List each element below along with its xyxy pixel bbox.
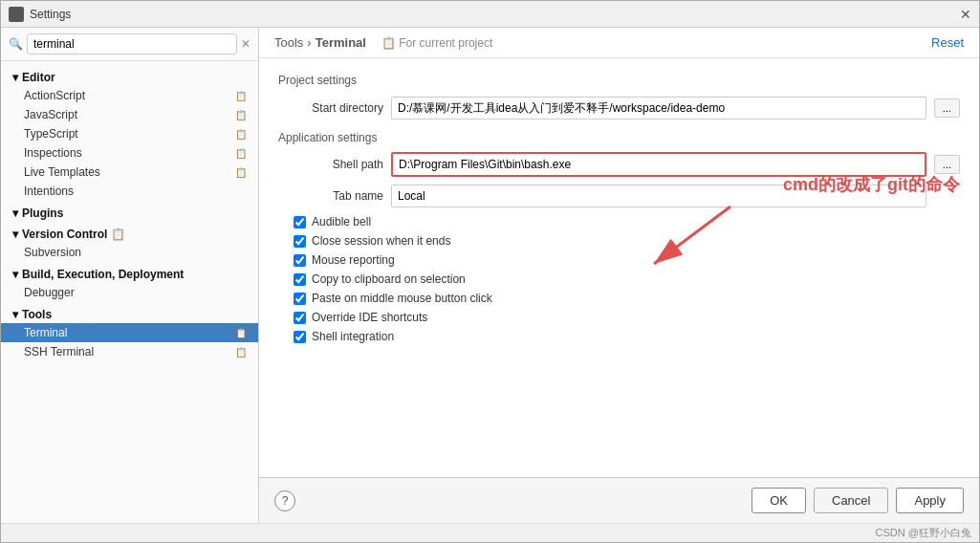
checkbox-paste-middle: Paste on middle mouse button click bbox=[278, 292, 960, 305]
content-body: Project settings Start directory ... App… bbox=[259, 58, 979, 477]
tab-name-label: Tab name bbox=[278, 189, 383, 203]
footer-buttons: OK Cancel Apply bbox=[751, 488, 964, 513]
checkbox-paste-middle-label: Paste on middle mouse button click bbox=[312, 292, 492, 305]
app-icon bbox=[9, 7, 24, 22]
breadcrumb-parent: Tools bbox=[274, 35, 303, 50]
plugins-label: Plugins bbox=[22, 206, 63, 220]
cancel-button[interactable]: Cancel bbox=[814, 488, 888, 513]
copy-icon-vcs: 📋 bbox=[111, 228, 125, 241]
copy-icon-ts: 📋 bbox=[235, 129, 247, 140]
watermark: CSDN @狂野小白兔 bbox=[1, 523, 979, 542]
checkbox-copy-clipboard: Copy to clipboard on selection bbox=[278, 272, 960, 286]
content-panel: Tools › Terminal 📋 For current project R… bbox=[259, 28, 979, 523]
editor-arrow-icon: ▾ bbox=[12, 71, 18, 84]
sidebar-item-subversion[interactable]: Subversion bbox=[1, 243, 258, 262]
breadcrumb-current: Terminal bbox=[316, 35, 366, 50]
checkbox-shell-integration: Shell integration bbox=[278, 330, 960, 343]
sidebar-item-debugger[interactable]: Debugger bbox=[1, 283, 258, 302]
sidebar-group-tools[interactable]: ▾ Tools bbox=[1, 302, 258, 323]
sidebar-item-terminal[interactable]: Terminal 📋 bbox=[1, 323, 258, 342]
checkbox-copy-clipboard-label: Copy to clipboard on selection bbox=[312, 272, 466, 286]
sidebar: 🔍 ✕ ▾ Editor ActionScript 📋 JavaScript 📋 bbox=[1, 28, 259, 523]
copy-icon-insp: 📋 bbox=[235, 148, 247, 159]
tab-name-row: Tab name bbox=[278, 185, 960, 207]
checkbox-paste-middle-input[interactable] bbox=[294, 293, 306, 305]
vcs-arrow-icon: ▾ bbox=[12, 228, 18, 241]
checkbox-copy-clipboard-input[interactable] bbox=[294, 273, 306, 286]
checkbox-close-session-label: Close session when it ends bbox=[312, 234, 450, 248]
sidebar-item-inspections[interactable]: Inspections 📋 bbox=[1, 143, 258, 163]
checkbox-close-session: Close session when it ends bbox=[278, 234, 960, 248]
shell-path-label: Shell path bbox=[278, 158, 383, 171]
help-button[interactable]: ? bbox=[274, 490, 295, 511]
sidebar-group-plugins[interactable]: ▾ Plugins bbox=[1, 201, 258, 222]
shell-path-browse-button[interactable]: ... bbox=[934, 155, 960, 174]
tab-name-input[interactable] bbox=[391, 185, 926, 207]
tools-arrow-icon: ▾ bbox=[12, 308, 18, 321]
sidebar-content: ▾ Editor ActionScript 📋 JavaScript 📋 Typ… bbox=[1, 61, 258, 523]
application-settings-title: Application settings bbox=[278, 131, 960, 144]
sidebar-item-javascript[interactable]: JavaScript 📋 bbox=[1, 105, 258, 124]
footer: ? OK Cancel Apply bbox=[259, 477, 979, 523]
build-label: Build, Execution, Deployment bbox=[22, 268, 184, 281]
start-directory-label: Start directory bbox=[278, 101, 383, 115]
shell-path-input[interactable] bbox=[391, 152, 926, 177]
copy-icon-lt: 📋 bbox=[235, 167, 247, 178]
checkbox-audible-bell-input[interactable] bbox=[294, 216, 306, 228]
shell-path-row: Shell path ... bbox=[278, 152, 960, 177]
sidebar-group-vcs[interactable]: ▾ Version Control 📋 bbox=[1, 222, 258, 243]
editor-label: Editor bbox=[22, 71, 55, 84]
vcs-label: Version Control bbox=[22, 228, 107, 241]
checkbox-close-session-input[interactable] bbox=[294, 235, 306, 248]
titlebar-left: Settings bbox=[9, 7, 71, 22]
titlebar-close[interactable]: ✕ bbox=[960, 7, 971, 22]
build-arrow-icon: ▾ bbox=[12, 268, 18, 281]
copy-icon-ssh: 📋 bbox=[235, 347, 247, 358]
copy-icon-js: 📋 bbox=[235, 110, 247, 120]
checkbox-override-shortcuts: Override IDE shortcuts bbox=[278, 311, 960, 324]
titlebar: Settings ✕ bbox=[1, 1, 979, 28]
breadcrumb-project-tag: 📋 For current project bbox=[381, 36, 492, 50]
search-clear-icon[interactable]: ✕ bbox=[241, 37, 250, 51]
breadcrumb-separator: › bbox=[307, 35, 311, 50]
footer-left: ? bbox=[274, 490, 295, 511]
checkbox-mouse-reporting-input[interactable] bbox=[294, 254, 306, 267]
checkbox-audible-bell: Audible bell bbox=[278, 215, 960, 228]
plugins-arrow-icon: ▾ bbox=[12, 206, 18, 220]
main-area: 🔍 ✕ ▾ Editor ActionScript 📋 JavaScript 📋 bbox=[1, 28, 979, 523]
copy-icon-term: 📋 bbox=[235, 328, 247, 338]
search-input[interactable] bbox=[27, 33, 237, 54]
tools-label: Tools bbox=[22, 308, 52, 321]
sidebar-item-intentions[interactable]: Intentions bbox=[1, 182, 258, 201]
checkbox-mouse-reporting: Mouse reporting bbox=[278, 253, 960, 267]
checkbox-audible-bell-label: Audible bell bbox=[312, 215, 371, 228]
sidebar-item-ssh-terminal[interactable]: SSH Terminal 📋 bbox=[1, 342, 258, 361]
settings-window: Settings ✕ 🔍 ✕ ▾ Editor ActionScript 📋 bbox=[0, 0, 980, 543]
content-header: Tools › Terminal 📋 For current project R… bbox=[259, 28, 979, 58]
sidebar-group-build[interactable]: ▾ Build, Execution, Deployment bbox=[1, 262, 258, 283]
start-directory-input[interactable] bbox=[391, 97, 926, 119]
sidebar-item-typescript[interactable]: TypeScript 📋 bbox=[1, 124, 258, 143]
search-bar: 🔍 ✕ bbox=[1, 28, 258, 61]
checkbox-mouse-reporting-label: Mouse reporting bbox=[312, 253, 395, 267]
checkbox-override-shortcuts-label: Override IDE shortcuts bbox=[312, 311, 427, 324]
breadcrumb: Tools › Terminal 📋 For current project bbox=[274, 35, 492, 50]
search-icon: 🔍 bbox=[9, 37, 23, 51]
window-title: Settings bbox=[30, 8, 71, 21]
project-settings-title: Project settings bbox=[278, 74, 960, 87]
start-directory-row: Start directory ... bbox=[278, 97, 960, 119]
start-directory-browse-button[interactable]: ... bbox=[934, 98, 960, 118]
apply-button[interactable]: Apply bbox=[896, 488, 964, 513]
checkbox-shell-integration-input[interactable] bbox=[294, 331, 306, 343]
copy-icon: 📋 bbox=[235, 91, 247, 101]
sidebar-item-actionscript[interactable]: ActionScript 📋 bbox=[1, 86, 258, 105]
sidebar-group-editor[interactable]: ▾ Editor bbox=[1, 65, 258, 86]
reset-link[interactable]: Reset bbox=[931, 35, 964, 50]
checkbox-override-shortcuts-input[interactable] bbox=[294, 312, 306, 324]
checkbox-shell-integration-label: Shell integration bbox=[312, 330, 394, 343]
ok-button[interactable]: OK bbox=[751, 488, 806, 513]
sidebar-item-live-templates[interactable]: Live Templates 📋 bbox=[1, 163, 258, 182]
